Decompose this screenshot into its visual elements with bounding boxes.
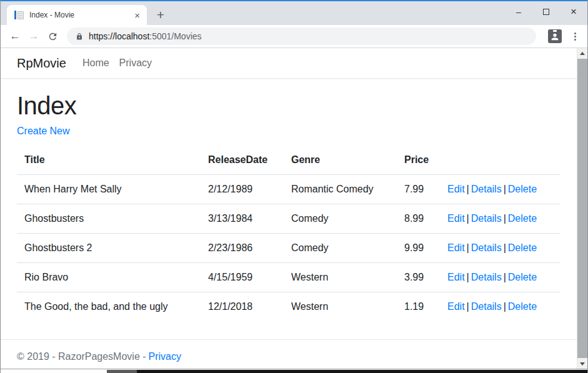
cell-actions: Edit|Details|Delete — [440, 175, 561, 204]
web-page: RpMovie Home Privacy Index Create New Ti… — [1, 48, 577, 369]
cell-date: 4/15/1959 — [201, 263, 284, 292]
action-separator: | — [504, 184, 506, 194]
main-content: Index Create New Title ReleaseDate Genre… — [1, 92, 577, 321]
table-row: Ghostbusters 2 2/23/1986 Comedy 9.99 Edi… — [17, 234, 561, 263]
cell-title: Ghostbusters 2 — [17, 234, 201, 263]
site-navbar: RpMovie Home Privacy — [1, 48, 577, 79]
new-tab-button[interactable]: + — [152, 6, 169, 24]
cell-price: 9.99 — [397, 234, 440, 263]
browser-window: Index - Movie × + – × ← → https://localh… — [0, 0, 588, 373]
maximize-button[interactable] — [532, 1, 560, 22]
cell-genre: Western — [284, 263, 397, 292]
cell-price: 1.19 — [397, 292, 440, 322]
back-icon[interactable]: ← — [6, 30, 24, 42]
navbar-brand[interactable]: RpMovie — [17, 56, 66, 71]
action-separator: | — [467, 301, 469, 312]
cell-actions: Edit|Details|Delete — [440, 263, 561, 292]
cell-actions: Edit|Details|Delete — [440, 204, 561, 234]
details-link[interactable]: Details — [471, 301, 502, 312]
page-title: Index — [17, 92, 561, 120]
url-text: https://localhost:5001/Movies — [89, 31, 202, 41]
minimize-button[interactable]: – — [505, 1, 532, 22]
browser-menu-icon[interactable] — [567, 30, 582, 43]
action-separator: | — [504, 272, 506, 282]
profile-icon[interactable] — [548, 29, 562, 43]
taskbar-sliver-gray — [107, 370, 137, 373]
action-separator: | — [504, 213, 506, 224]
tab-close-icon[interactable]: × — [132, 10, 142, 21]
tab-title: Index - Movie — [29, 11, 132, 19]
edit-link[interactable]: Edit — [447, 301, 465, 312]
action-separator: | — [504, 301, 506, 312]
reload-icon[interactable] — [43, 30, 62, 42]
site-favicon-icon — [14, 10, 24, 20]
cell-title: The Good, the bad, and the ugly — [17, 292, 201, 322]
details-link[interactable]: Details — [471, 242, 502, 253]
table-row: Ghostbusters 3/13/1984 Comedy 8.99 Edit|… — [17, 204, 561, 234]
action-separator: | — [467, 184, 469, 194]
table-row: The Good, the bad, and the ugly 12/1/201… — [17, 292, 561, 322]
cell-date: 3/13/1984 — [201, 204, 284, 234]
forward-icon[interactable]: → — [24, 30, 43, 42]
nav-link-home[interactable]: Home — [77, 57, 114, 69]
scroll-down-icon — [580, 362, 585, 366]
browser-toolbar: ← → https://localhost:5001/Movies — [1, 25, 587, 48]
scroll-up-button[interactable] — [577, 48, 587, 58]
cell-title: Rio Bravo — [17, 263, 201, 292]
cell-price: 3.99 — [397, 263, 440, 292]
column-header-genre: Genre — [284, 146, 397, 175]
delete-link[interactable]: Delete — [508, 213, 537, 224]
taskbar-sliver-dark — [137, 370, 587, 373]
browser-tab[interactable]: Index - Movie × — [7, 5, 147, 25]
vertical-scrollbar — [577, 48, 587, 369]
address-bar[interactable]: https://localhost:5001/Movies — [67, 27, 536, 45]
edit-link[interactable]: Edit — [447, 242, 465, 253]
cell-title: When Harry Met Sally — [17, 175, 201, 204]
footer-privacy-link[interactable]: Privacy — [149, 351, 181, 362]
scrollbar-track[interactable] — [577, 58, 587, 359]
scroll-up-icon — [580, 52, 585, 55]
cell-date: 2/12/1989 — [201, 175, 284, 204]
https-lock-icon[interactable] — [76, 32, 83, 41]
table-row: When Harry Met Sally 2/12/1989 Romantic … — [17, 175, 561, 204]
details-link[interactable]: Details — [471, 213, 502, 224]
action-separator: | — [467, 272, 469, 282]
action-separator: | — [504, 242, 506, 253]
window-controls: – × — [505, 1, 587, 22]
cell-actions: Edit|Details|Delete — [440, 234, 561, 263]
cell-date: 12/1/2018 — [201, 292, 284, 322]
column-header-actions — [440, 146, 561, 175]
edit-link[interactable]: Edit — [447, 213, 465, 224]
column-header-title: Title — [17, 146, 201, 175]
scroll-down-button[interactable] — [577, 359, 587, 369]
below-window-area — [1, 369, 587, 373]
column-header-price: Price — [397, 146, 440, 175]
edit-link[interactable]: Edit — [447, 272, 465, 282]
cell-genre: Western — [284, 292, 397, 322]
cell-actions: Edit|Details|Delete — [440, 292, 561, 322]
delete-link[interactable]: Delete — [508, 272, 537, 282]
edit-link[interactable]: Edit — [447, 184, 465, 194]
cell-price: 7.99 — [397, 175, 440, 204]
table-header-row: Title ReleaseDate Genre Price — [17, 146, 561, 175]
site-footer: © 2019 - RazorPagesMovie -Privacy — [1, 339, 577, 369]
delete-link[interactable]: Delete — [508, 242, 537, 253]
action-separator: | — [467, 213, 469, 224]
copyright-text: © 2019 - RazorPagesMovie - — [17, 351, 146, 362]
tab-bar: Index - Movie × + – × — [1, 1, 587, 25]
scrollbar-thumb[interactable] — [577, 59, 587, 358]
action-separator: | — [467, 242, 469, 253]
delete-link[interactable]: Delete — [508, 301, 537, 312]
nav-link-privacy[interactable]: Privacy — [114, 57, 157, 69]
movies-table: Title ReleaseDate Genre Price When Harry… — [17, 146, 561, 321]
cell-genre: Romantic Comedy — [284, 175, 397, 204]
close-button[interactable]: × — [560, 1, 587, 22]
details-link[interactable]: Details — [471, 184, 502, 194]
cell-genre: Comedy — [284, 204, 397, 234]
page-viewport: RpMovie Home Privacy Index Create New Ti… — [1, 48, 587, 369]
delete-link[interactable]: Delete — [508, 184, 537, 194]
create-new-link[interactable]: Create New — [17, 126, 69, 137]
details-link[interactable]: Details — [471, 272, 502, 282]
column-header-releasedate: ReleaseDate — [201, 146, 284, 175]
cell-genre: Comedy — [284, 234, 397, 263]
